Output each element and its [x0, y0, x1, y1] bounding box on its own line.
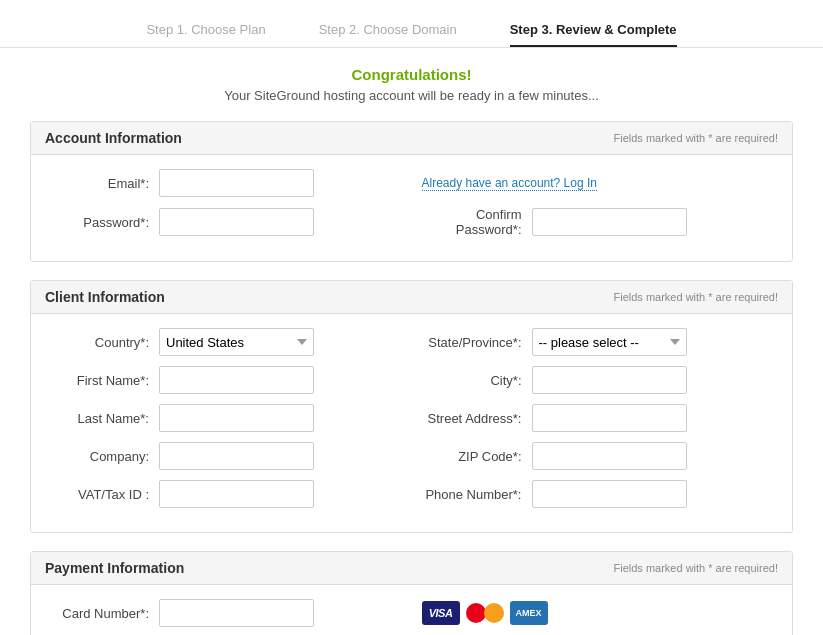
password-input[interactable]	[159, 208, 314, 236]
payment-header: Payment Information Fields marked with *…	[31, 552, 792, 585]
account-section: Account Information Fields marked with *…	[30, 121, 793, 262]
payment-section: Payment Information Fields marked with *…	[30, 551, 793, 635]
city-input[interactable]	[532, 366, 687, 394]
already-account-link[interactable]: Already have an account? Log In	[422, 176, 597, 191]
mc-left-circle	[466, 603, 486, 623]
congrats-subtitle: Your SiteGround hosting account will be …	[30, 88, 793, 103]
step-3-underline	[510, 45, 677, 47]
step-2: Step 2. Choose Domain	[295, 22, 481, 47]
email-input[interactable]	[159, 169, 314, 197]
firstname-label: First Name*:	[49, 373, 159, 388]
account-title: Account Information	[45, 130, 182, 146]
client-title: Client Information	[45, 289, 165, 305]
lastname-street-row: Last Name*: Street Address*:	[49, 404, 774, 432]
lastname-input[interactable]	[159, 404, 314, 432]
email-label: Email*:	[49, 176, 159, 191]
confirm-group-right: Confirm Password*:	[412, 207, 775, 237]
amex-icon: AMEX	[510, 601, 548, 625]
company-zip-row: Company: ZIP Code*:	[49, 442, 774, 470]
zip-group: ZIP Code*:	[412, 442, 775, 470]
zip-label: ZIP Code*:	[412, 449, 532, 464]
country-group: Country*: United States United Kingdom C…	[49, 328, 412, 356]
country-label: Country*:	[49, 335, 159, 350]
card-icons-group: VISA AMEX	[412, 601, 775, 625]
email-group-right: Already have an account? Log In	[412, 176, 775, 191]
state-label: State/Province*:	[412, 335, 532, 350]
vat-phone-row: VAT/Tax ID : Phone Number*:	[49, 480, 774, 508]
confirm-label: Confirm Password*:	[412, 207, 532, 237]
account-required-note: Fields marked with * are required!	[614, 132, 778, 144]
mc-right-circle	[484, 603, 504, 623]
step-3-label: Step 3. Review & Complete	[510, 22, 677, 45]
company-group: Company:	[49, 442, 412, 470]
firstname-city-row: First Name*: City*:	[49, 366, 774, 394]
state-select[interactable]: -- please select --	[532, 328, 687, 356]
mastercard-icon	[466, 601, 504, 625]
account-body: Email*: Already have an account? Log In …	[31, 155, 792, 261]
step-2-label: Step 2. Choose Domain	[319, 22, 457, 45]
city-label: City*:	[412, 373, 532, 388]
country-state-row: Country*: United States United Kingdom C…	[49, 328, 774, 356]
vat-group: VAT/Tax ID :	[49, 480, 412, 508]
firstname-group: First Name*:	[49, 366, 412, 394]
lastname-label: Last Name*:	[49, 411, 159, 426]
phone-label: Phone Number*:	[412, 487, 532, 502]
company-input[interactable]	[159, 442, 314, 470]
congrats-title: Congratulations!	[30, 66, 793, 83]
payment-body: Card Number*: VISA AMEX	[31, 585, 792, 635]
visa-icon: VISA	[422, 601, 460, 625]
email-group-left: Email*:	[49, 169, 412, 197]
lastname-group: Last Name*:	[49, 404, 412, 432]
email-row: Email*: Already have an account? Log In	[49, 169, 774, 197]
country-select[interactable]: United States United Kingdom Canada Aust…	[159, 328, 314, 356]
card-number-group: Card Number*:	[49, 599, 412, 627]
password-row: Password*: Confirm Password*:	[49, 207, 774, 237]
main-content: Congratulations! Your SiteGround hosting…	[0, 48, 823, 635]
client-required-note: Fields marked with * are required!	[614, 291, 778, 303]
card-number-row: Card Number*: VISA AMEX	[49, 599, 774, 627]
street-label: Street Address*:	[412, 411, 532, 426]
steps-bar: Step 1. Choose Plan Step 2. Choose Domai…	[0, 0, 823, 48]
company-label: Company:	[49, 449, 159, 464]
step-1: Step 1. Choose Plan	[122, 22, 289, 47]
step-1-label: Step 1. Choose Plan	[146, 22, 265, 45]
password-label: Password*:	[49, 215, 159, 230]
firstname-input[interactable]	[159, 366, 314, 394]
confirm-password-input[interactable]	[532, 208, 687, 236]
vat-label: VAT/Tax ID :	[49, 487, 159, 502]
street-group: Street Address*:	[412, 404, 775, 432]
phone-input[interactable]	[532, 480, 687, 508]
phone-group: Phone Number*:	[412, 480, 775, 508]
payment-required-note: Fields marked with * are required!	[614, 562, 778, 574]
account-header: Account Information Fields marked with *…	[31, 122, 792, 155]
payment-title: Payment Information	[45, 560, 184, 576]
payment-card-icons: VISA AMEX	[422, 601, 548, 625]
step-3: Step 3. Review & Complete	[486, 22, 701, 47]
street-input[interactable]	[532, 404, 687, 432]
client-body: Country*: United States United Kingdom C…	[31, 314, 792, 532]
password-group-left: Password*:	[49, 208, 412, 236]
city-group: City*:	[412, 366, 775, 394]
client-section: Client Information Fields marked with * …	[30, 280, 793, 533]
state-group: State/Province*: -- please select --	[412, 328, 775, 356]
client-header: Client Information Fields marked with * …	[31, 281, 792, 314]
zip-input[interactable]	[532, 442, 687, 470]
card-number-label: Card Number*:	[49, 606, 159, 621]
card-number-input[interactable]	[159, 599, 314, 627]
congrats-section: Congratulations! Your SiteGround hosting…	[30, 66, 793, 103]
step-2-underline	[319, 45, 457, 47]
step-1-underline	[146, 45, 265, 47]
vat-input[interactable]	[159, 480, 314, 508]
